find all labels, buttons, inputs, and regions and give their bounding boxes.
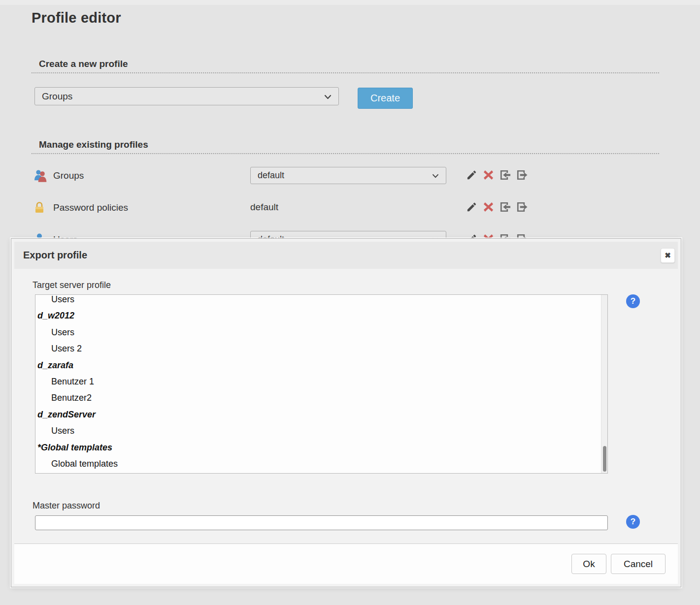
- create-section-heading: Create a new profile: [32, 59, 659, 73]
- list-item-group[interactable]: d_zarafa: [35, 357, 600, 374]
- manage-rows: Groups default: [32, 165, 659, 251]
- dialog-header: Export profile: [14, 242, 678, 269]
- profile-type-select[interactable]: Groups: [34, 87, 339, 105]
- ok-button[interactable]: Ok: [571, 554, 606, 574]
- delete-x-icon[interactable]: [483, 169, 494, 181]
- chevron-down-icon: [432, 170, 439, 181]
- row-actions-password-policies: [466, 201, 528, 213]
- export-profile-icon[interactable]: [516, 201, 528, 213]
- edit-pencil-icon[interactable]: [466, 169, 477, 181]
- list-item[interactable]: Users 2: [35, 341, 600, 357]
- list-item[interactable]: Benutzer 1: [35, 374, 600, 390]
- master-password-label: Master password: [33, 501, 100, 511]
- listbox-items: Users d_w2012 Users Users 2 d_zarafa Ben…: [35, 294, 607, 472]
- export-profile-dialog: Export profile ✖ Target server profile U…: [11, 238, 681, 587]
- close-icon[interactable]: ✖: [661, 248, 675, 263]
- profile-type-select-value: Groups: [42, 91, 72, 102]
- help-icon[interactable]: ?: [626, 515, 640, 529]
- target-server-profile-label: Target server profile: [33, 280, 111, 290]
- groups-profile-select[interactable]: default: [250, 167, 446, 184]
- master-password-input[interactable]: [35, 515, 608, 530]
- top-strip: [0, 0, 700, 5]
- create-section: Create a new profile Groups Create: [32, 59, 659, 109]
- list-item-group[interactable]: d_zendServer: [35, 407, 600, 423]
- groups-icon: [33, 168, 47, 183]
- chevron-down-icon: [324, 91, 332, 102]
- list-item-group[interactable]: *Global templates: [35, 440, 600, 456]
- list-item[interactable]: Global templates: [35, 456, 600, 472]
- scrollbar-track[interactable]: [601, 295, 607, 473]
- list-item[interactable]: Users: [35, 294, 600, 308]
- row-label-groups: Groups: [53, 170, 84, 181]
- create-row: Groups Create: [32, 87, 659, 109]
- dialog-footer: Ok Cancel: [14, 543, 678, 584]
- import-profile-icon[interactable]: [500, 169, 511, 181]
- manage-section: Manage existing profiles Groups default: [32, 139, 659, 251]
- lock-icon: [33, 200, 47, 215]
- list-item[interactable]: Users: [35, 423, 600, 439]
- page-title: Profile editor: [32, 10, 700, 26]
- list-item[interactable]: Users: [35, 324, 600, 341]
- row-actions-groups: [466, 169, 528, 181]
- table-row-password-policies: Password policies default: [32, 197, 659, 219]
- cancel-button[interactable]: Cancel: [611, 554, 666, 574]
- row-label-password-policies: Password policies: [53, 202, 128, 213]
- scrollbar-thumb[interactable]: [603, 446, 606, 472]
- delete-x-icon[interactable]: [483, 201, 494, 213]
- profile-editor-page: Profile editor Create a new profile Grou…: [0, 10, 700, 251]
- export-profile-icon[interactable]: [516, 169, 528, 181]
- list-item[interactable]: Benutzer2: [35, 390, 600, 406]
- edit-pencil-icon[interactable]: [466, 201, 477, 213]
- password-policies-profile-value: default: [250, 202, 278, 213]
- groups-profile-select-value: default: [258, 170, 284, 181]
- list-item-group[interactable]: d_w2012: [35, 308, 600, 324]
- target-server-profile-listbox[interactable]: Users d_w2012 Users Users 2 d_zarafa Ben…: [35, 294, 608, 474]
- import-profile-icon[interactable]: [500, 201, 511, 213]
- create-button[interactable]: Create: [358, 88, 413, 109]
- table-row-groups: Groups default: [32, 165, 659, 187]
- help-icon[interactable]: ?: [626, 294, 640, 308]
- manage-section-heading: Manage existing profiles: [32, 139, 659, 154]
- dialog-title: Export profile: [14, 250, 87, 261]
